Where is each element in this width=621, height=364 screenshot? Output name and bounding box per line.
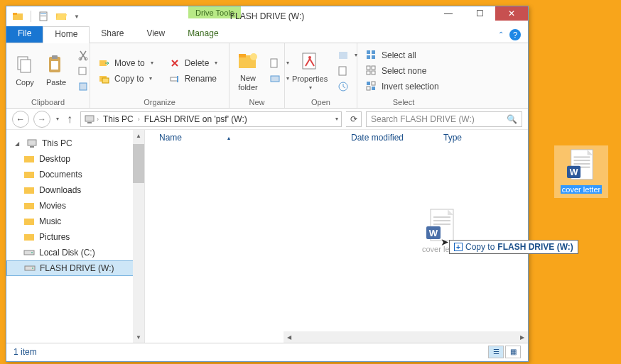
- svg-rect-61: [433, 224, 450, 225]
- tree-this-pc[interactable]: ◢This PC: [6, 136, 144, 151]
- address-bar-row: ← → ▾ ↑ › This PC › FLASH DRIVE on 'psf'…: [6, 109, 528, 130]
- svg-rect-29: [339, 67, 346, 75]
- collapse-icon[interactable]: ◢: [15, 140, 22, 147]
- collapse-ribbon-icon[interactable]: ⌃: [498, 31, 504, 38]
- word-doc-icon: W: [567, 148, 595, 182]
- svg-rect-36: [372, 66, 375, 70]
- svg-rect-60: [433, 220, 450, 221]
- svg-point-56: [32, 268, 33, 269]
- refresh-button[interactable]: ⟳: [346, 111, 362, 127]
- invert-selection-button[interactable]: Invert selection: [362, 79, 443, 94]
- horizontal-scrollbar[interactable]: ◀ ▶: [284, 331, 528, 343]
- group-new-label: New: [230, 98, 284, 108]
- nav-scrollbar[interactable]: ▲ ▼: [133, 130, 144, 343]
- svg-point-27: [308, 56, 311, 59]
- tree-label: Local Disk (C:): [39, 248, 95, 258]
- tree-pictures[interactable]: Pictures: [6, 229, 144, 245]
- tree-local-disk[interactable]: Local Disk (C:): [6, 245, 144, 260]
- tree-downloads[interactable]: Downloads: [6, 182, 144, 198]
- tree-movies[interactable]: Movies: [6, 198, 144, 214]
- qat-dropdown-icon[interactable]: ▼: [74, 13, 80, 20]
- help-icon[interactable]: ?: [509, 29, 521, 40]
- ribbon: Copy Paste Clipboard Move to▾ Copy to▾: [6, 43, 528, 109]
- delete-icon: [169, 57, 180, 69]
- svg-rect-4: [40, 16, 46, 16]
- new-folder-icon: [237, 50, 259, 72]
- svg-rect-47: [24, 156, 34, 162]
- scroll-down-icon[interactable]: ▼: [133, 331, 144, 343]
- rename-icon: [169, 73, 180, 84]
- details-view-button[interactable]: ☰: [488, 346, 504, 358]
- forward-button[interactable]: →: [33, 111, 50, 128]
- new-folder-label: New folder: [238, 74, 258, 91]
- properties-button[interactable]: Properties▾: [289, 49, 330, 92]
- column-name[interactable]: Name▴: [159, 133, 351, 143]
- select-none-button[interactable]: Select none: [362, 63, 443, 79]
- sort-asc-icon: ▴: [227, 135, 230, 141]
- delete-button[interactable]: Delete▾: [165, 55, 222, 71]
- svg-rect-66: [574, 156, 590, 158]
- tab-manage[interactable]: Manage: [176, 26, 230, 43]
- breadcrumb-segment[interactable]: This PC: [100, 114, 136, 124]
- folder-icon: [23, 200, 35, 211]
- drive-icon: [23, 247, 35, 258]
- column-type[interactable]: Type: [443, 133, 462, 143]
- svg-rect-3: [40, 13, 46, 14]
- rename-button[interactable]: Rename: [165, 71, 222, 87]
- tab-home[interactable]: Home: [43, 26, 90, 43]
- copy-to-button[interactable]: Copy to▾: [94, 71, 158, 87]
- address-bar[interactable]: › This PC › FLASH DRIVE on 'psf' (W:) ▾: [80, 111, 342, 127]
- scroll-right-icon[interactable]: ▶: [517, 331, 528, 343]
- scroll-up-icon[interactable]: ▲: [133, 130, 144, 141]
- up-button[interactable]: ↑: [63, 113, 76, 126]
- column-date[interactable]: Date modified: [351, 133, 443, 143]
- folder-icon: [23, 169, 35, 180]
- tab-view[interactable]: View: [135, 26, 176, 43]
- copy-icon: [14, 54, 36, 77]
- file-list-pane[interactable]: Name▴ Date modified Type W ➤ cover lette…: [145, 130, 528, 343]
- svg-rect-31: [367, 50, 370, 54]
- paste-button[interactable]: Paste: [42, 53, 70, 88]
- tab-share[interactable]: Share: [90, 26, 135, 43]
- close-button[interactable]: ✕: [495, 6, 528, 21]
- tree-documents[interactable]: Documents: [6, 167, 144, 182]
- file-explorer-window: ▼ Drive Tools FLASH DRIVE (W:) — ☐ ✕ Fil…: [6, 6, 529, 362]
- search-box[interactable]: Search FLASH DRIVE (W:) 🔍: [366, 111, 522, 127]
- svg-rect-59: [433, 216, 450, 218]
- tree-label: Documents: [39, 170, 82, 180]
- select-all-button[interactable]: Select all: [362, 48, 443, 63]
- new-folder-button[interactable]: New folder: [234, 48, 262, 92]
- tree-flash-drive[interactable]: FLASH DRIVE (W:): [6, 260, 144, 276]
- tooltip-prefix: Copy to: [465, 242, 495, 252]
- svg-rect-49: [24, 187, 34, 194]
- window-controls: — ☐ ✕: [433, 6, 528, 21]
- tree-music[interactable]: Music: [6, 214, 144, 229]
- copy-button[interactable]: Copy: [11, 53, 39, 88]
- open-folder-icon[interactable]: [55, 11, 67, 22]
- scroll-thumb[interactable]: [133, 144, 144, 183]
- tree-label: This PC: [42, 138, 72, 148]
- back-button[interactable]: ←: [12, 111, 29, 128]
- svg-rect-67: [574, 160, 590, 161]
- breadcrumb-segment[interactable]: FLASH DRIVE on 'psf' (W:): [141, 114, 250, 124]
- folder-icon: [23, 231, 35, 243]
- group-organize-label: Organize: [90, 98, 229, 108]
- tree-desktop[interactable]: Desktop: [6, 151, 144, 167]
- properties-icon[interactable]: [38, 11, 50, 22]
- invert-icon: [366, 81, 377, 92]
- scroll-left-icon[interactable]: ◀: [284, 331, 295, 343]
- group-clipboard-label: Clipboard: [6, 98, 90, 108]
- history-dropdown-icon[interactable]: ▾: [56, 116, 59, 122]
- desktop-file[interactable]: W cover letter: [554, 145, 608, 198]
- icons-view-button[interactable]: ▦: [505, 346, 521, 358]
- svg-rect-37: [367, 71, 370, 75]
- tree-label: Music: [39, 216, 61, 226]
- rename-label: Rename: [185, 74, 217, 84]
- tooltip-dest: FLASH DRIVE (W:): [497, 242, 573, 252]
- address-dropdown-icon[interactable]: ▾: [335, 116, 338, 122]
- desktop-file-label: cover letter: [561, 185, 602, 194]
- minimize-button[interactable]: —: [433, 6, 464, 21]
- maximize-button[interactable]: ☐: [464, 6, 495, 21]
- tab-file[interactable]: File: [6, 26, 43, 43]
- move-to-button[interactable]: Move to▾: [94, 55, 158, 71]
